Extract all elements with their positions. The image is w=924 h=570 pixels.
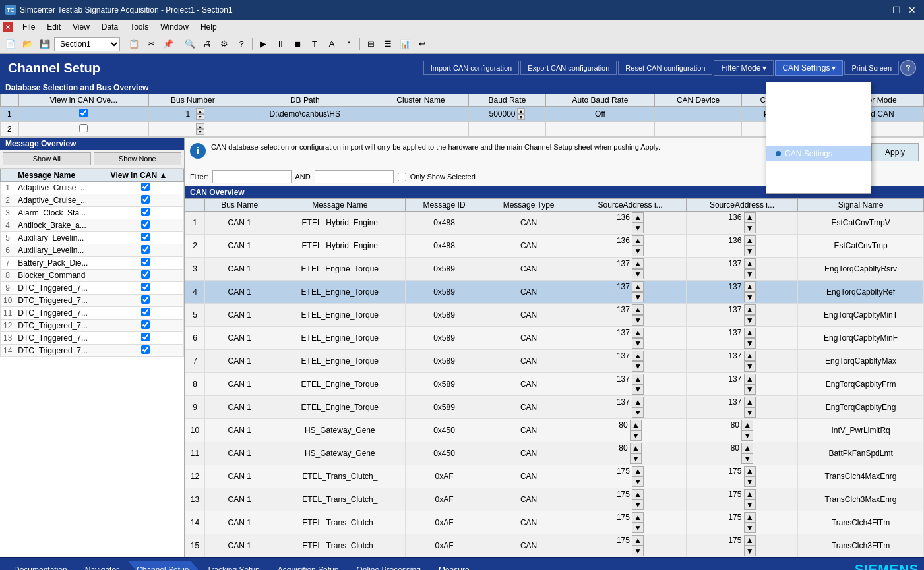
src2-up[interactable]: ▲ [744, 281, 756, 292]
msg-view-checkbox-cell[interactable] [108, 282, 183, 295]
list-item[interactable]: 1 Adaptive_Cruise_... [1, 182, 184, 194]
tb-chart[interactable]: 📊 [397, 37, 413, 51]
src2-down[interactable]: ▼ [741, 453, 753, 464]
src2-up[interactable]: ▲ [741, 443, 753, 453]
export-can-config-button[interactable]: Export CAN configuration [520, 61, 617, 75]
nav-navigator[interactable]: Navigator [76, 561, 128, 571]
src2-down[interactable]: ▼ [744, 269, 756, 279]
src1-down[interactable]: ▼ [632, 315, 644, 326]
src1-up[interactable]: ▲ [630, 443, 642, 453]
table-row[interactable]: 14 CAN 1 ETEL_Trans_Clutch_ 0xAF CAN 175… [185, 511, 924, 534]
stepper2-up[interactable]: ▲ [196, 123, 204, 129]
can-settings-button[interactable]: CAN Settings ▾ [775, 60, 843, 76]
save-button[interactable]: 💾 [37, 37, 53, 51]
src2-up[interactable]: ▲ [744, 535, 756, 546]
cut-button[interactable]: ✂ [143, 37, 159, 51]
filter-mode-button[interactable]: Filter Mode ▾ [714, 60, 774, 76]
new-button[interactable]: 📄 [3, 37, 18, 51]
list-item[interactable]: 5 Auxiliary_Levelin... [1, 232, 184, 244]
src1-up[interactable]: ▲ [632, 328, 644, 338]
table-row[interactable]: 15 CAN 1 ETEL_Trans_Clutch_ 0xAF CAN 175… [185, 534, 924, 557]
src2-up[interactable]: ▲ [744, 258, 756, 269]
msg-view-checkbox-cell[interactable] [108, 332, 183, 345]
copy-button[interactable]: 📋 [126, 37, 142, 51]
list-item[interactable]: 10 DTC_Triggered_7... [1, 295, 184, 307]
src2-up[interactable]: ▲ [741, 420, 753, 430]
minimize-button[interactable]: — [874, 3, 887, 16]
list-item[interactable]: 7 Battery_Pack_Die... [1, 257, 184, 270]
tb-extra5[interactable]: A [324, 37, 340, 51]
dropdown-read-teds[interactable]: Read Teds [766, 114, 871, 130]
src2-down[interactable]: ▼ [744, 384, 756, 395]
msg-view-checkbox-cell[interactable] [108, 194, 183, 207]
src1-down[interactable]: ▼ [632, 269, 644, 279]
paste-button[interactable]: 📌 [160, 37, 176, 51]
list-item[interactable]: 6 Auxiliary_Levelin... [1, 244, 184, 257]
src2-down[interactable]: ▼ [741, 430, 753, 441]
tb-extra6[interactable]: * [341, 37, 357, 51]
baud-stepper-down[interactable]: ▼ [517, 114, 526, 120]
nav-tracking-setup[interactable]: Tracking Setup [197, 561, 268, 571]
table-row[interactable]: 4 CAN 1 ETEL_Engine_Torque 0x589 CAN 137… [185, 281, 924, 304]
src2-down[interactable]: ▼ [744, 223, 756, 233]
list-item[interactable]: 9 DTC_Triggered_7... [1, 282, 184, 295]
list-item[interactable]: 2 Adaptive_Cruise_... [1, 194, 184, 207]
src2-up[interactable]: ▲ [744, 489, 756, 499]
tb-extra4[interactable]: T [307, 37, 323, 51]
src2-up[interactable]: ▲ [744, 466, 756, 476]
table-row[interactable]: 3 CAN 1 ETEL_Engine_Torque 0x589 CAN 137… [185, 258, 924, 281]
section-dropdown[interactable]: Section1 [54, 37, 120, 51]
dropdown-virtual-channels[interactable]: Virtual Channels [766, 177, 871, 193]
view-checkbox[interactable] [79, 109, 88, 117]
src1-down[interactable]: ▼ [632, 523, 644, 533]
src2-down[interactable]: ▼ [744, 246, 756, 256]
tb-undo[interactable]: ↩ [414, 37, 430, 51]
menu-help[interactable]: Help [195, 21, 222, 33]
dropdown-use-geometry[interactable]: Use Geometry [766, 130, 871, 146]
src1-up[interactable]: ▲ [632, 512, 644, 523]
help-button[interactable]: ? [900, 60, 916, 76]
src2-up[interactable]: ▲ [744, 374, 756, 384]
msg-view-check[interactable] [141, 320, 150, 329]
table-row[interactable]: 6 CAN 1 ETEL_Engine_Torque 0x589 CAN 137… [185, 327, 924, 350]
msg-view-checkbox-cell[interactable] [108, 232, 183, 244]
msg-view-check[interactable] [141, 220, 150, 229]
src1-down[interactable]: ▼ [632, 499, 644, 510]
src1-up[interactable]: ▲ [632, 489, 644, 499]
tb-extra3[interactable]: ⏹ [290, 37, 305, 51]
src2-up[interactable]: ▲ [744, 235, 756, 246]
print-screen-button[interactable]: Print Screen [844, 61, 899, 75]
src2-down[interactable]: ▼ [744, 476, 756, 487]
list-item[interactable]: 8 Blocker_Command [1, 270, 184, 282]
msg-view-check[interactable] [141, 245, 150, 254]
list-item[interactable]: 4 Antilock_Brake_a... [1, 219, 184, 232]
src1-up[interactable]: ▲ [632, 235, 644, 246]
src2-down[interactable]: ▼ [744, 523, 756, 533]
stepper-down[interactable]: ▼ [196, 114, 204, 120]
src2-down[interactable]: ▼ [744, 338, 756, 349]
close-button[interactable]: ✕ [906, 3, 919, 16]
tb-btn3[interactable]: ⚙ [216, 37, 232, 51]
src2-down[interactable]: ▼ [744, 499, 756, 510]
dropdown-channel-setup[interactable]: Channel Setup [766, 82, 871, 98]
msg-view-check[interactable] [141, 258, 150, 266]
msg-view-checkbox-cell[interactable] [108, 207, 183, 219]
msg-view-check[interactable] [141, 333, 150, 341]
tb-btn2[interactable]: 🖨 [199, 37, 215, 51]
stepper2-down[interactable]: ▼ [196, 129, 204, 135]
nav-documentation[interactable]: Documentation [5, 561, 77, 571]
table-row[interactable]: 7 CAN 1 ETEL_Engine_Torque 0x589 CAN 137… [185, 350, 924, 373]
src1-up[interactable]: ▲ [632, 466, 644, 476]
src2-up[interactable]: ▲ [744, 512, 756, 523]
src1-up[interactable]: ▲ [632, 258, 644, 269]
src1-up[interactable]: ▲ [632, 374, 644, 384]
msg-view-checkbox-cell[interactable] [108, 270, 183, 282]
msg-view-check[interactable] [141, 270, 150, 279]
tb-list[interactable]: ☰ [380, 37, 396, 51]
only-show-selected-checkbox[interactable] [398, 173, 406, 181]
src2-down[interactable]: ▼ [744, 315, 756, 326]
menu-data[interactable]: Data [96, 21, 123, 33]
table-row[interactable]: 12 CAN 1 ETEL_Trans_Clutch_ 0xAF CAN 175… [185, 465, 924, 488]
msg-view-check[interactable] [141, 233, 150, 241]
tb-help[interactable]: ? [233, 37, 249, 51]
